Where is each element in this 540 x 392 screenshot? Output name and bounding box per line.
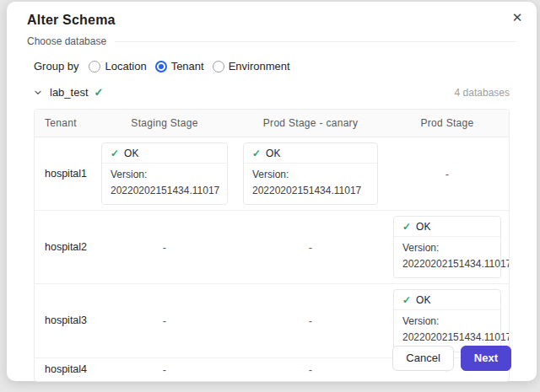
- modal-body: Group by Location Tenant Environment: [7, 60, 537, 382]
- column-header-tenant: Tenant: [35, 110, 94, 137]
- version-label: Version:: [111, 167, 219, 183]
- modal-subtitle: Choose database: [27, 35, 106, 47]
- tenant-name: hospital2: [35, 211, 94, 284]
- column-header-canary: Prod Stage - canary: [235, 110, 386, 137]
- radio-option-label: Location: [105, 60, 146, 72]
- column-header-staging: Staging Stage: [94, 110, 235, 137]
- column-header-prod: Prod Stage: [386, 110, 509, 137]
- status-card-header: ✓ OK: [394, 217, 500, 237]
- radio-option-label: Environment: [229, 60, 290, 72]
- version-value: 20220202151434.11017: [252, 183, 369, 199]
- status-card-body: Version: 20220202151434.11017: [244, 164, 377, 204]
- table-header-row: Tenant Staging Stage Prod Stage - canary…: [35, 110, 509, 137]
- version-label: Version:: [402, 314, 492, 330]
- version-value: 20220202151434.11017: [402, 256, 492, 272]
- status-card-header: ✓ OK: [244, 143, 377, 164]
- version-label: Version:: [252, 167, 369, 183]
- empty-cell: -: [235, 357, 386, 381]
- alter-schema-modal: Alter Schema ✕ Choose database Group by …: [7, 2, 537, 381]
- empty-cell: -: [235, 211, 386, 284]
- status-card-body: Version: 20220202151434.11017: [394, 310, 500, 351]
- version-value: 20220202151434.11017: [111, 183, 219, 199]
- status-label: OK: [416, 294, 430, 306]
- check-icon: ✓: [402, 222, 411, 232]
- status-card: ✓ OK Version: 20220202151434.11017: [393, 216, 501, 278]
- status-card-body: Version: 20220202151434.11017: [102, 164, 227, 204]
- modal-header: Alter Schema: [7, 2, 537, 28]
- status-label: OK: [124, 148, 138, 159]
- modal-footer: Cancel Next: [392, 346, 511, 371]
- check-icon: ✓: [402, 295, 411, 305]
- table-cell: ✓ OK Version: 20220202151434.11017: [235, 137, 386, 211]
- chevron-down-icon[interactable]: [32, 87, 44, 99]
- status-card: ✓ OK Version: 20220202151434.11017: [101, 142, 228, 205]
- status-card: ✓ OK Version: 20220202151434.11017: [393, 289, 501, 352]
- database-group-header: lab_test ✓ 4 databases: [34, 86, 510, 99]
- empty-cell: -: [235, 284, 386, 357]
- table-row: hospital1 ✓ OK Version: 2022020: [35, 137, 509, 211]
- check-icon: ✓: [94, 86, 104, 99]
- tenant-name: hospital1: [35, 137, 94, 211]
- group-by-radio-group: Group by Location Tenant Environment: [34, 60, 510, 72]
- database-group-name: lab_test: [50, 86, 89, 99]
- radio-icon: [89, 61, 100, 72]
- tenant-name: hospital4: [35, 357, 94, 381]
- subtitle-divider: Choose database: [27, 35, 516, 47]
- table-row: hospital2 - - ✓ OK Vers: [35, 211, 509, 284]
- group-by-label: Group by: [34, 60, 78, 72]
- radio-option-tenant[interactable]: Tenant: [155, 60, 204, 72]
- status-label: OK: [416, 221, 430, 233]
- next-button[interactable]: Next: [461, 346, 511, 371]
- radio-option-environment[interactable]: Environment: [213, 60, 290, 72]
- table-cell: ✓ OK Version: 20220202151434.11017: [386, 211, 509, 284]
- radio-icon: [213, 61, 224, 72]
- modal-title: Alter Schema: [27, 13, 516, 28]
- status-card-header: ✓ OK: [394, 290, 500, 310]
- check-icon: ✓: [111, 148, 119, 158]
- check-icon: ✓: [252, 148, 261, 158]
- divider-line: [115, 41, 516, 42]
- empty-cell: -: [94, 357, 235, 381]
- empty-cell: -: [386, 137, 509, 211]
- status-card: ✓ OK Version: 20220202151434.11017: [243, 142, 378, 205]
- database-count: 4 databases: [455, 87, 510, 99]
- radio-option-location[interactable]: Location: [89, 60, 146, 72]
- status-card-header: ✓ OK: [102, 143, 227, 164]
- cancel-button[interactable]: Cancel: [392, 346, 453, 371]
- database-table: Tenant Staging Stage Prod Stage - canary…: [34, 109, 510, 382]
- radio-option-label: Tenant: [171, 60, 204, 72]
- table-cell: ✓ OK Version: 20220202151434.11017: [94, 137, 235, 211]
- tenant-name: hospital3: [35, 284, 94, 357]
- version-value: 20220202151434.11017: [402, 330, 492, 346]
- radio-selected-icon: [155, 61, 167, 72]
- empty-cell: -: [94, 211, 235, 284]
- close-icon[interactable]: ✕: [508, 8, 526, 27]
- version-label: Version:: [402, 240, 492, 256]
- empty-cell: -: [94, 284, 235, 357]
- status-card-body: Version: 20220202151434.11017: [394, 237, 500, 277]
- status-label: OK: [266, 148, 280, 159]
